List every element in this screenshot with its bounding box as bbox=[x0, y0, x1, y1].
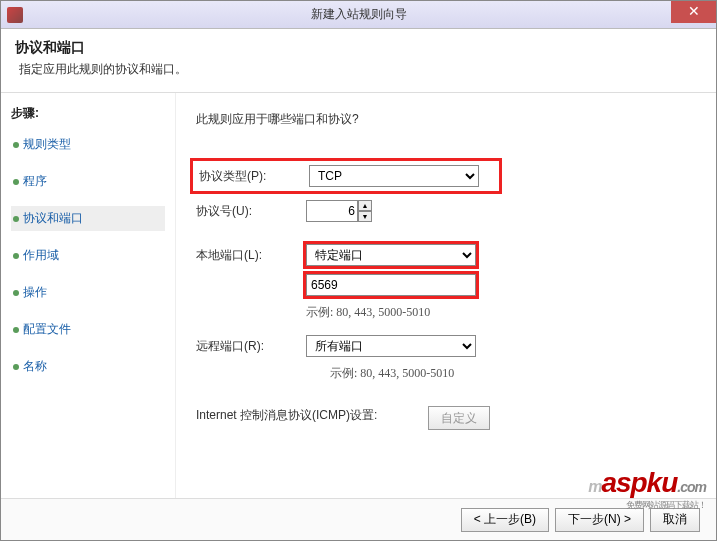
local-port-hint: 示例: 80, 443, 5000-5010 bbox=[306, 304, 696, 321]
step-label: 操作 bbox=[23, 284, 47, 301]
titlebar: 新建入站规则向导 ✕ bbox=[1, 1, 716, 29]
local-port-label: 本地端口(L): bbox=[196, 247, 306, 264]
step-protocol-ports[interactable]: 协议和端口 bbox=[11, 206, 165, 231]
question-text: 此规则应用于哪些端口和协议? bbox=[196, 111, 696, 128]
remote-port-hint: 示例: 80, 443, 5000-5010 bbox=[330, 365, 696, 382]
remote-port-mode-select[interactable]: 所有端口 bbox=[306, 335, 476, 357]
step-profile[interactable]: 配置文件 bbox=[11, 317, 165, 342]
main-panel: 此规则应用于哪些端口和协议? 协议类型(P): TCP 协议号(U): bbox=[176, 93, 716, 540]
step-action[interactable]: 操作 bbox=[11, 280, 165, 305]
steps-heading: 步骤: bbox=[11, 105, 165, 122]
step-label: 规则类型 bbox=[23, 136, 71, 153]
back-button[interactable]: < 上一步(B) bbox=[461, 508, 549, 532]
steps-sidebar: 步骤: 规则类型 程序 协议和端口 作用域 操作 配置文件 名称 bbox=[1, 93, 176, 540]
bullet-icon bbox=[13, 253, 19, 259]
bullet-icon bbox=[13, 216, 19, 222]
page-header: 协议和端口 指定应用此规则的协议和端口。 bbox=[1, 29, 716, 93]
page-description: 指定应用此规则的协议和端口。 bbox=[15, 61, 702, 78]
body: 步骤: 规则类型 程序 协议和端口 作用域 操作 配置文件 名称 此规则应用于哪… bbox=[1, 93, 716, 540]
step-name[interactable]: 名称 bbox=[11, 354, 165, 379]
protocol-number-spinner[interactable]: ▲ ▼ bbox=[306, 200, 372, 222]
spin-up-icon[interactable]: ▲ bbox=[358, 200, 372, 211]
step-label: 协议和端口 bbox=[23, 210, 83, 227]
protocol-type-label: 协议类型(P): bbox=[199, 168, 309, 185]
bullet-icon bbox=[13, 142, 19, 148]
cancel-button[interactable]: 取消 bbox=[650, 508, 700, 532]
step-program[interactable]: 程序 bbox=[11, 169, 165, 194]
bullet-icon bbox=[13, 327, 19, 333]
page-title: 协议和端口 bbox=[15, 39, 702, 57]
icmp-customize-button: 自定义 bbox=[428, 406, 490, 430]
step-label: 名称 bbox=[23, 358, 47, 375]
protocol-number-label: 协议号(U): bbox=[196, 203, 306, 220]
local-port-mode-select[interactable]: 特定端口 bbox=[306, 244, 476, 266]
local-port-input[interactable] bbox=[306, 274, 476, 296]
step-label: 程序 bbox=[23, 173, 47, 190]
step-label: 作用域 bbox=[23, 247, 59, 264]
icmp-label: Internet 控制消息协议(ICMP)设置: bbox=[196, 406, 416, 424]
remote-port-label: 远程端口(R): bbox=[196, 338, 306, 355]
bullet-icon bbox=[13, 179, 19, 185]
close-button[interactable]: ✕ bbox=[671, 1, 716, 23]
window-title: 新建入站规则向导 bbox=[311, 6, 407, 23]
protocol-type-select[interactable]: TCP bbox=[309, 165, 479, 187]
bullet-icon bbox=[13, 364, 19, 370]
spin-down-icon[interactable]: ▼ bbox=[358, 211, 372, 222]
wizard-footer: < 上一步(B) 下一步(N) > 取消 bbox=[1, 498, 716, 540]
protocol-number-input[interactable] bbox=[306, 200, 358, 222]
step-label: 配置文件 bbox=[23, 321, 71, 338]
step-scope[interactable]: 作用域 bbox=[11, 243, 165, 268]
step-rule-type[interactable]: 规则类型 bbox=[11, 132, 165, 157]
app-icon bbox=[7, 7, 23, 23]
wizard-window: 新建入站规则向导 ✕ 协议和端口 指定应用此规则的协议和端口。 步骤: 规则类型… bbox=[0, 0, 717, 541]
next-button[interactable]: 下一步(N) > bbox=[555, 508, 644, 532]
bullet-icon bbox=[13, 290, 19, 296]
